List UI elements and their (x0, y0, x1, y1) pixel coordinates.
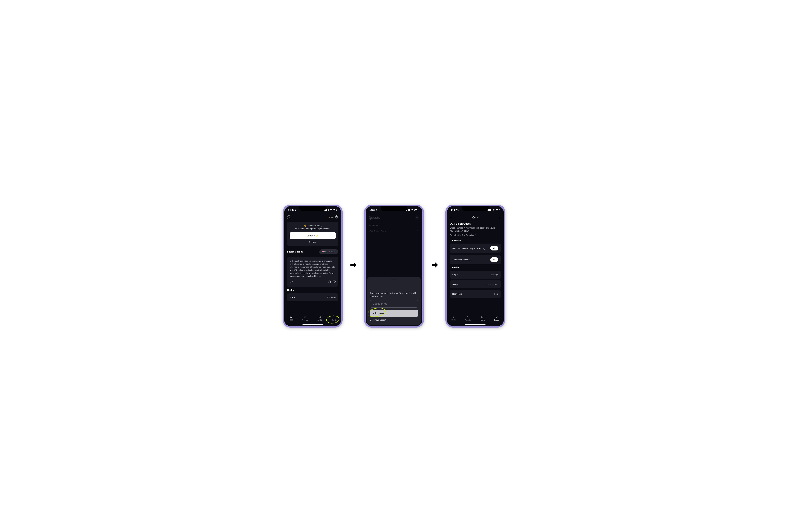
tab-insights[interactable]: ◎ Insights (480, 315, 485, 321)
profile-avatar[interactable] (287, 215, 291, 219)
health-steps-row[interactable]: Steps 761 steps (450, 271, 501, 279)
phone-screen-quest-detail: 14:37 ☾ ▮▮▮▮ ← Quest ⋮ OG Fusion Quest! … (446, 204, 505, 328)
prompts-icon: ☀ (467, 315, 469, 319)
quest-list-item[interactable]: OG Fusion Quest! ⋮ (369, 228, 419, 235)
health-heartrate-row[interactable]: Heart Rate -- bpm (450, 290, 501, 298)
tab-label: Home (289, 319, 293, 321)
tab-quests[interactable]: ♡ Quests (332, 315, 337, 321)
checkin-button[interactable]: Check in ✨ (290, 232, 336, 239)
add-quest-button[interactable]: + (415, 215, 419, 220)
greeting-card: 👋 Good afternoon, Let's catch up on prom… (287, 222, 338, 246)
tab-insights[interactable]: ◎ Insights (317, 315, 322, 321)
my-quests-label: My quests (369, 224, 419, 226)
streak-counter[interactable]: ⚡ 68 (329, 216, 334, 218)
tab-prompts[interactable]: ☀ Prompts (302, 315, 308, 321)
thumbs-up-icon[interactable] (328, 280, 331, 284)
tab-prompts[interactable]: ☀ Prompts (465, 315, 471, 321)
top-bar: ⚡ 68 (287, 214, 338, 222)
notch (299, 206, 326, 211)
category-pill[interactable]: 🧠 Mental Health (319, 249, 338, 254)
moon-icon: ☾ (457, 209, 459, 211)
quests-header: Quests + (369, 214, 419, 221)
copilot-title: Fusion Copilot (287, 251, 302, 253)
chevron-right-icon: › (415, 312, 415, 315)
battery-icon (333, 209, 337, 211)
bolt-icon: ⚡ (329, 216, 331, 218)
home-icon: ⌂ (453, 315, 454, 318)
thumbs-down-icon[interactable] (333, 280, 336, 284)
metric-label: Steps (452, 274, 457, 276)
greeting-text: 👋 Good afternoon, (290, 224, 336, 227)
health-sleep-row[interactable]: Sleep 0 hrs 59 mins (450, 280, 501, 288)
tab-label: Insights (480, 319, 485, 321)
sheet-handle[interactable] (391, 280, 397, 280)
flow-arrow-icon (430, 260, 439, 272)
more-icon[interactable]: ⋮ (498, 215, 501, 219)
title-bar: ← Quest ⋮ (450, 214, 501, 220)
add-prompt-button[interactable]: Add (490, 257, 498, 262)
copilot-card: In the past week, there's been a mix of … (287, 257, 338, 287)
settings-icon[interactable] (335, 215, 338, 219)
moon-icon: ☾ (295, 209, 297, 211)
join-sheet: Quests are currently invite only. Your o… (367, 277, 421, 325)
steps-row[interactable]: Steps 761 steps (287, 293, 338, 301)
tab-label: Prompts (302, 319, 308, 321)
greeting-subtext: Let's catch up on prompts you missed! (290, 228, 336, 230)
quest-description: Share changes in your health with others… (450, 226, 501, 233)
quests-title: Quests (369, 216, 380, 220)
tab-home[interactable]: ⌂ Home (289, 315, 293, 321)
metric-value: 0 hrs 59 mins (486, 283, 498, 285)
svg-rect-6 (415, 209, 417, 211)
status-time: 14:37 (369, 209, 375, 211)
svg-point-4 (336, 217, 337, 217)
tab-label: Quests (494, 319, 499, 321)
quest-item-label: OG Fusion Quest! (369, 230, 387, 233)
battery-icon (414, 209, 419, 211)
prompt-card: You feeling anxious? Add (450, 255, 501, 264)
tab-quests[interactable]: ♡ Quests (494, 315, 499, 321)
add-prompt-button[interactable]: Add (490, 246, 498, 251)
svg-rect-10 (499, 209, 500, 210)
moon-icon: ☾ (376, 209, 378, 211)
no-code-link[interactable]: Don't have a code? (370, 319, 386, 321)
steps-value: 761 steps (327, 296, 336, 298)
tab-label: Prompts (465, 319, 471, 321)
quest-title: OG Fusion Quest! (450, 222, 501, 225)
tab-label: Quests (332, 319, 337, 321)
prompts-icon: ☀ (304, 315, 306, 319)
quests-icon: ♡ (495, 315, 498, 319)
metric-label: Sleep (452, 283, 457, 285)
steps-label: Steps (290, 296, 295, 298)
health-section-title: Health (452, 266, 501, 269)
join-code-input[interactable] (370, 300, 418, 308)
page-title: Quest (472, 216, 479, 218)
tab-bar: ⌂ Home ☀ Prompts ◎ Insights ♡ Quests (284, 314, 341, 326)
notch (380, 206, 408, 211)
wifi-icon (492, 209, 495, 211)
quest-organizer: Organized by Ore Ogundipe :) (450, 234, 501, 236)
svg-rect-1 (334, 209, 335, 211)
sheet-message: Quests are currently invite only. Your o… (370, 292, 418, 298)
flow-arrow-icon (349, 260, 358, 272)
metric-label: Heart Rate (452, 293, 462, 295)
quests-icon: ♡ (333, 315, 335, 319)
dismiss-button[interactable]: Dismiss (290, 241, 336, 243)
battery-icon (496, 209, 500, 211)
metric-value: 761 steps (490, 274, 498, 276)
home-icon: ⌂ (290, 315, 292, 318)
streak-value: 68 (331, 216, 334, 218)
back-arrow-icon[interactable]: ← (450, 215, 453, 219)
wifi-icon (330, 209, 332, 211)
insights-icon: ◎ (481, 315, 484, 319)
status-time: 14:37 (451, 209, 457, 211)
refresh-icon[interactable] (290, 280, 293, 284)
metric-value: -- bpm (492, 293, 498, 295)
tab-home[interactable]: ⌂ Home (452, 315, 456, 321)
copilot-message: In the past week, there's been a mix of … (290, 260, 336, 278)
join-quest-button[interactable]: Join Quest › (370, 310, 418, 317)
prompt-text: What supplement did you take today? (452, 247, 487, 250)
health-section-title: Health (287, 289, 338, 292)
svg-rect-9 (496, 209, 498, 211)
home-indicator (465, 324, 486, 325)
more-icon[interactable]: ⋮ (416, 230, 419, 233)
